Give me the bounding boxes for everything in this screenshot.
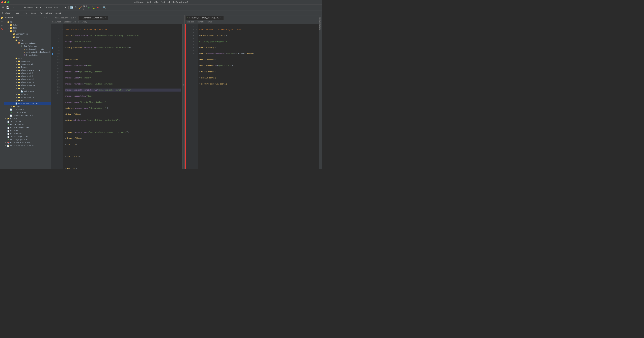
module-selector[interactable]: app ▾ [35,6,42,9]
debug-button[interactable]: 🐛 [92,6,96,10]
folder-icon: 📁 [18,93,20,96]
tree-layout[interactable]: ▶ 📁 layout [4,66,51,69]
close-button[interactable] [1,1,3,3]
field-icon: f [23,54,26,56]
expand-arrow: ▶ [5,144,7,147]
tree-gitignore[interactable]: 📄 .gitignore [4,120,51,123]
tree-mipmap-mdpi[interactable]: ▶ 📁 mipmap-mdpi [4,75,51,78]
tree-drawable-v24[interactable]: ▶ 📁 drawable-v24 [4,63,51,66]
tree-gitignore-app[interactable]: 📄 .gitignore [4,108,51,111]
tree-java[interactable]: ▾ 📁 java [4,38,51,42]
hamburger-menu[interactable]: ☰ [1,6,5,10]
save-all-button[interactable]: 💾 [6,6,10,10]
tab-network-security-close[interactable]: × [220,17,222,19]
tree-build[interactable]: ▶ 📁 build [4,24,51,26]
tab-mainactivity[interactable]: J MainActivity.java × [51,16,78,20]
tab-mainactivity-close[interactable]: × [75,17,76,19]
run-config[interactable]: app ▾ [83,6,87,10]
make-button[interactable]: 🔨 [74,6,78,10]
project-name[interactable]: NetDemo4 [23,6,34,9]
tree-mipmap-anydpi[interactable]: ▶ 📁 mipmap-anydpi-v26 [4,69,51,72]
tree-mainactivity[interactable]: ▾ C MainActivity [4,44,51,48]
bookmarks-icon[interactable]: 🔖 [0,27,4,30]
tab-network-security[interactable]: N network_security_config.xml × [185,16,224,20]
project-panel: Project ⚙ ↕ ☰ ▾ 📁 app ▶ 📁 build ▶ 📁 libs… [4,16,51,169]
search-button[interactable]: 🔍 [103,6,106,10]
tree-mipmap-xhdpi[interactable]: ▶ 📁 mipmap-xhdpi [4,78,51,81]
r-code-line-6: <trust-anchors> [199,58,318,61]
fold-2[interactable]: ▾ [61,28,64,31]
breadcrumb-manifest[interactable]: manifest [52,21,61,23]
tree-gradle-properties[interactable]: 📄 gradle.properties [4,126,51,129]
tree-mipmap-xxxhdpi[interactable]: ▶ 📁 mipmap-xxxhdpi [4,84,51,87]
tree-build-gradle[interactable]: G build.gradle [4,123,51,126]
back-button[interactable]: ← [12,6,16,10]
code-line-7: android:allowBackup="true" [65,64,181,68]
tree-dorequest[interactable]: m doRequest():void [4,48,51,51]
tree-gradlew[interactable]: 📄 gradlew [4,129,51,132]
tree-values-night[interactable]: ▶ 📁 values-night [4,96,51,99]
tree-xml[interactable]: ▶ 📁 xml [4,99,51,102]
tree-raw[interactable]: ▾ 📁 raw [4,87,51,90]
tree-gradle[interactable]: ▶ 📁 gradle [4,117,51,120]
breadcrumb-application[interactable]: application [64,21,76,23]
tree-gradlew-bat[interactable]: 📄 gradlew.bat [4,132,51,135]
nav-main[interactable]: main [30,12,36,14]
tree-mipmap-xxhdpi[interactable]: ▶ 📁 mipmap-xxhdpi [4,81,51,84]
tab-androidmanifest[interactable]: A AndroidManifest.xml × [78,16,108,20]
tree-values[interactable]: ▶ 📁 values [4,93,51,96]
tab-androidmanifest-close[interactable]: × [105,17,106,19]
nav-src[interactable]: src [22,12,28,14]
tree-androidtest[interactable]: ▶ 📁 androidTest [4,32,51,36]
code-line-3: package="com.nb.netdemo4"> [65,40,181,43]
tree-build-gradle-app[interactable]: G build.gradle [4,111,51,114]
stop-button[interactable]: ■ [96,6,100,10]
minimize-button[interactable] [4,1,6,3]
tree-main[interactable]: ▾ 📁 main [4,36,51,38]
tree-scratches[interactable]: ▶ 📝 Scratches and Consoles [4,144,51,147]
tree-src[interactable]: ▾ 📁 src [4,30,51,32]
tree-oncreate[interactable]: m onCreate(Bundle):void [4,51,51,54]
commit-icon[interactable]: ☑ [0,20,4,23]
fold-6[interactable]: ▾ [61,40,64,43]
left-code-editor[interactable]: ⬤ ⬤ 1 2 3 4 5 6 7 8 9 10 11 12 [51,24,184,169]
nav-app[interactable]: app [14,12,20,14]
r-fold-2[interactable]: ▾ [196,28,198,31]
tree-local-properties[interactable]: 📄 local.properties [4,135,51,138]
sync-button[interactable]: 🔄 [70,6,74,10]
tree-libs[interactable]: ▶ 📁 libs [4,26,51,30]
r-line-num-5: 5 [189,37,195,40]
clean-button[interactable]: 🧹 [79,6,82,10]
maximize-button[interactable] [8,1,10,3]
tree-app[interactable]: ▾ 📁 app [4,20,51,24]
run-button[interactable]: ▶ [88,6,91,10]
right-code-content[interactable]: <?xml version="1.0" encoding="utf-8"?> <… [198,24,319,169]
tree-external-libraries[interactable]: ▶ 📚 External Libraries [4,141,51,144]
fold-1[interactable] [61,25,64,28]
scratch-icon: 📝 [7,144,10,147]
file-icon: 📄 [7,135,10,138]
right-code-editor[interactable]: 1 2 3 4 5 6 7 8 9 10 ▾ <?xml vers [185,24,319,169]
tree-androidmanifest[interactable]: 📄 AndroidManifest.xml [4,102,51,105]
tree-proguard[interactable]: 📄 proguard-rules.pro [4,114,51,117]
right-v-label-1[interactable]: Notifications [319,16,322,31]
line-num-11: 11 [54,55,61,58]
tree-settings-gradle[interactable]: G settings.gradle [4,138,51,141]
right-scroll-indicator[interactable] [182,24,184,169]
nav-androidmanifest[interactable]: AndroidManifest.xml [39,12,62,14]
tree-baidu-pem[interactable]: 📄 baidu.pem [4,90,51,93]
tree-mipmap-hdpi[interactable]: ▶ 📁 mipmap-hdpi [4,72,51,75]
tree-btn1[interactable]: f btn1:Button [4,54,51,57]
left-code-content[interactable]: <?xml version="1.0" encoding="utf-8"?> <… [64,24,182,169]
device-selector[interactable]: Xiaomi M2007J17C ▾ [45,6,67,9]
structure-icon[interactable]: ⊞ [0,24,4,27]
tree-drawable[interactable]: ▶ 📁 drawable [4,60,51,63]
tree-test[interactable]: ▶ 📁 test [4,105,51,108]
r-code-line-1: <?xml version="1.0" encoding="utf-8"?> [199,28,318,31]
breadcrumb-activity[interactable]: activity [78,21,87,23]
project-icon[interactable]: 📁 [0,16,4,20]
tree-res[interactable]: ▾ 📁 res [4,57,51,60]
forward-button[interactable]: → [16,6,20,10]
tree-package[interactable]: ▾ 📦 com.nb.netdemo4 [4,42,51,44]
nav-netdemo4[interactable]: NetDemo4 [1,12,12,14]
